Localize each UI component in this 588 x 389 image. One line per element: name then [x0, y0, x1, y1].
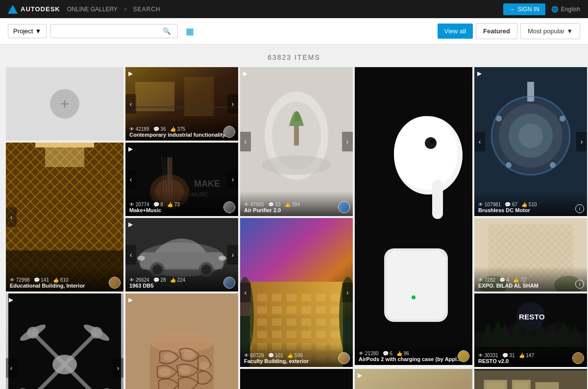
items-count-text: 63823 ITEMS — [268, 53, 320, 61]
views-stat: 👁 30331 — [478, 353, 498, 358]
list-item[interactable]: ‹ 👁 72998 💬 141 👍 810 Educational Buildi… — [6, 143, 123, 292]
list-item[interactable]: RESTO 👁 30331 💬 31 👍 147 RESTO v2.0 — [474, 293, 587, 367]
list-item[interactable]: ‹ › ▶ 👁 47965 💬 33 👍 394 Air Purifier 2.… — [240, 67, 353, 216]
filter-button[interactable]: ▦ — [182, 24, 198, 39]
prev-arrow[interactable]: ‹ — [240, 132, 251, 151]
next-arrow[interactable]: › — [576, 132, 587, 151]
list-item[interactable]: ‹ › ▶ 👁 107981 💬 67 👍 510 Brushless DC M… — [474, 67, 587, 216]
sign-in-button[interactable]: → SIGN IN — [503, 3, 545, 15]
avatar — [223, 277, 235, 289]
svg-point-82 — [91, 327, 102, 339]
next-arrow[interactable]: › — [227, 170, 238, 189]
prev-arrow[interactable]: ‹ — [125, 245, 136, 265]
search-button[interactable]: 🔍 — [159, 24, 175, 38]
card-overlay: 👁 21280 💬 6 👍 96 AirPods 2 with charging… — [355, 340, 472, 365]
prev-arrow[interactable]: ‹ — [240, 283, 251, 302]
card-stats: 👁 7282 💬 4 👍 72 — [478, 277, 583, 283]
prev-arrow[interactable]: ‹ — [474, 132, 485, 151]
card-title: Educational Building, Interior — [10, 283, 120, 289]
prev-arrow[interactable]: ‹ — [125, 170, 136, 189]
card-stats: 👁 26624 💬 28 👍 224 — [129, 277, 234, 283]
most-popular-label: Most popular — [528, 27, 564, 35]
likes-stat: 👍 599 — [287, 353, 302, 358]
svg-rect-9 — [294, 126, 299, 146]
next-arrow[interactable]: › — [227, 245, 238, 265]
likes-stat: 👍 375 — [170, 126, 185, 132]
list-item[interactable]: XVEIN ‹ › ▶ 👁 49522 💬 27 👍 466 X VEIN — [6, 293, 123, 389]
next-arrow[interactable]: › — [342, 283, 353, 302]
sign-in-label: SIGN IN — [517, 6, 539, 13]
search-input[interactable] — [51, 24, 159, 38]
views-stat: 👁 20774 — [129, 202, 149, 207]
svg-rect-125 — [486, 382, 505, 389]
svg-rect-4 — [125, 106, 238, 108]
list-item[interactable]: ‹ › ▶ 👁 13826 💬 11 👍 95 EFD1 — [355, 369, 472, 389]
view-all-button[interactable]: View all — [438, 24, 473, 39]
card-stats: 👁 21280 💬 6 👍 96 — [359, 351, 468, 356]
list-item[interactable]: ▶ 👁 22056 💬 23 👍 119 Voronoi Script — [125, 293, 238, 389]
list-item[interactable]: MAKE +MUSIC ‹ › ▶ 👁 20774 💬 8 👍 73 Make+… — [125, 143, 238, 216]
gallery: + ‹ › ▶ — [0, 67, 588, 389]
lang-label: English — [561, 6, 580, 13]
list-item[interactable]: ‹ › ▶ 👁 42189 💬 36 👍 375 Contemporary in… — [125, 67, 238, 141]
svg-rect-15 — [432, 180, 443, 219]
language-button[interactable]: 🌐 English — [551, 6, 580, 13]
card-stats: 👁 42189 💬 36 👍 375 — [129, 126, 234, 132]
card-overlay: 👁 60729 💬 101 👍 599 Faculty Building, ex… — [240, 342, 353, 367]
comments-stat: 💬 33 — [268, 202, 281, 207]
list-item[interactable]: ‹ › ▶ 👁 26624 💬 28 👍 224 1963 DB5 — [125, 218, 238, 292]
svg-rect-128 — [536, 382, 559, 389]
prev-arrow[interactable]: ‹ — [6, 358, 17, 378]
card-stats: 👁 47965 💬 33 👍 394 — [244, 202, 349, 207]
likes-stat: 👍 73 — [167, 202, 180, 207]
list-item[interactable]: 👁 21280 💬 6 👍 96 AirPods 2 with charging… — [355, 67, 472, 365]
featured-button[interactable]: Featured — [476, 23, 517, 39]
card-overlay: 👁 20774 💬 8 👍 73 Make+Music — [125, 191, 238, 216]
card-overlay: 👁 7282 💬 4 👍 72 EXPO. BILAD AL SHAM — [474, 267, 587, 292]
likes-stat: 👍 224 — [170, 277, 185, 283]
svg-point-8 — [262, 155, 331, 175]
card-overlay: 👁 47965 💬 33 👍 394 Air Purifier 2.0 — [240, 191, 353, 216]
likes-stat: 👍 72 — [513, 277, 526, 283]
plus-icon: + — [60, 95, 70, 113]
header: AUTODESK ONLINE GALLERY > SEARCH → SIGN … — [0, 0, 588, 18]
prev-arrow[interactable]: ‹ — [125, 94, 136, 114]
gallery-grid: + ‹ › ▶ — [6, 67, 582, 389]
avatar — [338, 201, 350, 213]
likes-stat: 👍 810 — [53, 277, 68, 283]
svg-rect-36 — [35, 143, 94, 147]
list-item[interactable]: 👁 1227 💬 0 👍 13 TONY STARK _ HEART _ FAN… — [240, 369, 353, 389]
list-item[interactable]: ‹ › 👁 60729 💬 101 👍 599 Faculty Building… — [240, 218, 353, 367]
autodesk-logo: AUTODESK — [8, 5, 60, 14]
list-item[interactable] — [474, 369, 587, 389]
globe-icon: 🌐 — [551, 6, 559, 13]
toolbar-right: View all Featured Most popular ▼ — [438, 23, 581, 39]
add-card[interactable]: + — [6, 67, 123, 141]
card-type-icon: ▶ — [128, 221, 133, 228]
card-overlay: 👁 72998 💬 141 👍 810 Educational Building… — [6, 267, 123, 292]
sign-in-icon: → — [509, 6, 515, 13]
card-type-icon: ▶ — [477, 70, 482, 77]
project-dropdown[interactable]: Project ▼ — [8, 24, 47, 38]
most-popular-button[interactable]: Most popular ▼ — [520, 23, 580, 39]
card-overlay: 👁 107981 💬 67 👍 510 Brushless DC Motor — [474, 191, 587, 216]
svg-rect-41 — [167, 157, 172, 192]
next-arrow[interactable]: › — [113, 358, 123, 378]
info-button[interactable]: i — [575, 280, 584, 289]
prev-arrow[interactable]: ‹ — [6, 207, 17, 227]
list-item[interactable]: 👁 7282 💬 4 👍 72 EXPO. BILAD AL SHAM i — [474, 218, 587, 292]
svg-point-55 — [219, 256, 226, 261]
avatar — [458, 350, 469, 362]
svg-rect-17 — [387, 251, 445, 319]
comments-stat: 💬 36 — [153, 126, 166, 132]
card-overlay: 👁 42189 💬 36 👍 375 Contemporary industri… — [125, 116, 238, 141]
svg-point-23 — [518, 123, 543, 148]
card-stats: 👁 60729 💬 101 👍 599 — [244, 353, 349, 358]
info-button[interactable]: i — [575, 204, 584, 213]
next-arrow[interactable]: › — [227, 94, 238, 114]
card-stats: 👁 107981 💬 67 👍 510 — [478, 202, 583, 207]
next-arrow[interactable]: › — [342, 132, 353, 151]
search-wrapper: 🔍 — [50, 24, 178, 38]
card-overlay: 👁 30331 💬 31 👍 147 RESTO v2.0 — [474, 342, 587, 367]
chevron-down-icon: ▼ — [35, 27, 41, 35]
